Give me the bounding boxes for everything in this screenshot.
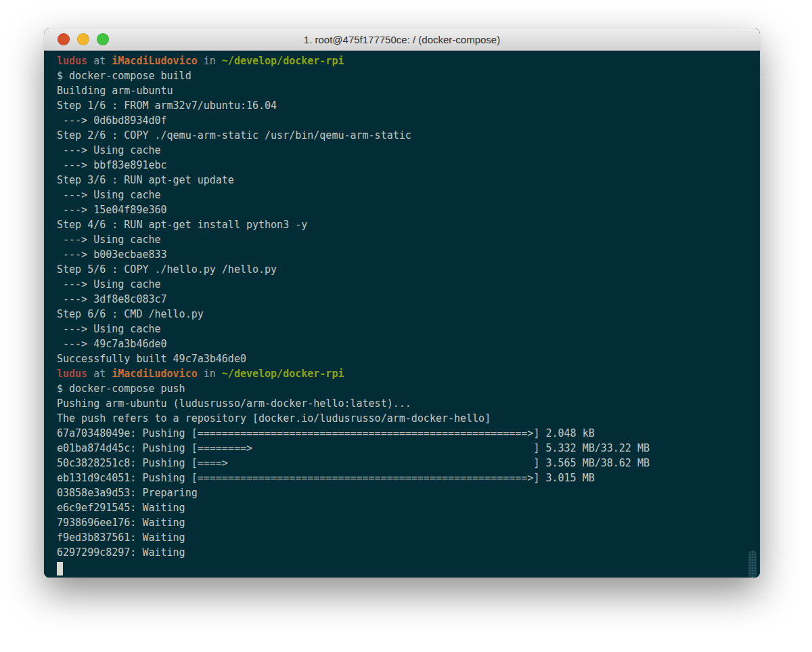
terminal-line: Step 4/6 : RUN apt-get install python3 -… xyxy=(57,217,760,232)
terminal-text-segment: ---> Using cache xyxy=(57,189,161,201)
zoom-button[interactable] xyxy=(97,33,109,45)
terminal-text-segment: ---> bbf83e891ebc xyxy=(57,159,167,171)
terminal-text-segment: The push refers to a repository [docker.… xyxy=(57,412,491,425)
terminal-text-segment: 7938696ee176: Waiting xyxy=(57,517,185,529)
terminal-line: 50c3828251c8: Pushing [====> ] 3.565 MB/… xyxy=(57,456,760,471)
terminal-text-segment: ---> Using cache xyxy=(57,234,161,246)
terminal-line: eb131d9c4051: Pushing [=================… xyxy=(57,471,760,485)
terminal-text-segment: in xyxy=(198,368,222,380)
terminal-line: 67a70348049e: Pushing [=================… xyxy=(57,426,760,441)
terminal-line: e01ba874d45c: Pushing [========> ] 5.332… xyxy=(57,441,760,456)
terminal-line: Step 6/6 : CMD /hello.py xyxy=(57,307,760,322)
terminal-window: 1. root@475f177750ce: / (docker-compose)… xyxy=(44,28,760,578)
close-button[interactable] xyxy=(58,33,70,45)
terminal-line: Pushing arm-ubuntu (ludusrusso/arm-docke… xyxy=(57,396,760,411)
terminal-text-segment: Step 4/6 : RUN apt-get install python3 -… xyxy=(57,219,307,231)
terminal-text-segment: in xyxy=(198,55,222,67)
terminal-line: ---> Using cache xyxy=(57,143,760,158)
terminal-line xyxy=(57,560,760,575)
terminal-text-segment: ludus xyxy=(57,368,87,380)
terminal-line: $ docker-compose push xyxy=(57,381,760,396)
terminal-line: ---> Using cache xyxy=(57,232,760,247)
terminal-line: ---> b003ecbae833 xyxy=(57,247,760,262)
terminal-text-segment: Step 1/6 : FROM arm32v7/ubuntu:16.04 xyxy=(57,100,277,112)
terminal-text-segment: Step 2/6 : COPY ./qemu-arm-static /usr/b… xyxy=(57,129,411,142)
terminal-line: ---> 15e04f89e360 xyxy=(57,202,760,217)
terminal-text-segment: ---> Using cache xyxy=(57,144,161,156)
terminal-line: ---> Using cache xyxy=(57,188,760,202)
terminal-text-segment: ludus xyxy=(57,55,87,67)
terminal-text-segment: Step 5/6 : COPY ./hello.py /hello.py xyxy=(57,263,277,276)
terminal-line: Successfully built 49c7a3b46de0 xyxy=(57,351,760,366)
terminal-line: ---> Using cache xyxy=(57,322,760,336)
terminal-text-segment: ~/develop/docker-rpi xyxy=(222,55,344,67)
terminal-output: ludus at iMacdiLudovico in ~/develop/doc… xyxy=(57,53,760,575)
terminal-text-segment: Pushing arm-ubuntu (ludusrusso/arm-docke… xyxy=(57,397,411,410)
title-bar[interactable]: 1. root@475f177750ce: / (docker-compose) xyxy=(44,28,760,51)
terminal-text-segment: ---> 15e04f89e360 xyxy=(57,204,167,216)
terminal-line: ---> 0d6bd8934d0f xyxy=(57,113,760,128)
terminal-text-segment: 67a70348049e: Pushing [=================… xyxy=(57,427,595,439)
terminal-text-segment: Building arm-ubuntu xyxy=(57,85,173,97)
terminal-text-segment: Step 6/6 : CMD /hello.py xyxy=(57,308,204,320)
terminal-line: ---> bbf83e891ebc xyxy=(57,158,760,173)
terminal-text-segment: iMacdiLudovico xyxy=(112,55,197,67)
terminal-line: ludus at iMacdiLudovico in ~/develop/doc… xyxy=(57,53,760,68)
terminal-text-segment: e6c9ef291545: Waiting xyxy=(57,502,185,514)
vertical-scrollbar-thumb[interactable] xyxy=(748,550,757,578)
terminal-text-segment: $ docker-compose push xyxy=(57,383,185,395)
terminal-text-segment: at xyxy=(87,368,112,380)
terminal-line: The push refers to a repository [docker.… xyxy=(57,411,760,426)
terminal-line: ---> 49c7a3b46de0 xyxy=(57,336,760,351)
terminal-line: 03858e3a9d53: Preparing xyxy=(57,485,760,500)
terminal-text-segment: iMacdiLudovico xyxy=(112,368,197,380)
terminal-line: 6297299c8297: Waiting xyxy=(57,545,760,560)
terminal-text-segment: ---> 0d6bd8934d0f xyxy=(57,114,167,127)
terminal-text-segment: e01ba874d45c: Pushing [========> ] 5.332… xyxy=(57,442,650,454)
terminal-line: Step 2/6 : COPY ./qemu-arm-static /usr/b… xyxy=(57,128,760,143)
terminal-line: Step 1/6 : FROM arm32v7/ubuntu:16.04 xyxy=(57,98,760,113)
terminal-text-segment: ---> b003ecbae833 xyxy=(57,248,167,261)
terminal-line: e6c9ef291545: Waiting xyxy=(57,500,760,515)
window-title: 1. root@475f177750ce: / (docker-compose) xyxy=(304,34,500,45)
minimize-button[interactable] xyxy=(77,33,89,45)
terminal-text-segment: ---> Using cache xyxy=(57,278,161,290)
terminal-line: f9ed3b837561: Waiting xyxy=(57,530,760,545)
terminal-line: ---> 3df8e8c083c7 xyxy=(57,292,760,307)
terminal-text-segment: $ docker-compose build xyxy=(57,70,191,82)
terminal-line: Step 5/6 : COPY ./hello.py /hello.py xyxy=(57,262,760,277)
terminal-body[interactable]: ludus at iMacdiLudovico in ~/develop/doc… xyxy=(44,51,760,578)
terminal-line: Building arm-ubuntu xyxy=(57,83,760,98)
terminal-cursor xyxy=(57,562,63,575)
terminal-text-segment: 50c3828251c8: Pushing [====> ] 3.565 MB/… xyxy=(57,457,650,469)
terminal-text-segment: 03858e3a9d53: Preparing xyxy=(57,487,198,499)
terminal-text-segment: ~/develop/docker-rpi xyxy=(222,368,344,380)
terminal-text-segment: Step 3/6 : RUN apt-get update xyxy=(57,174,234,186)
terminal-line: Step 3/6 : RUN apt-get update xyxy=(57,173,760,188)
terminal-text-segment: f9ed3b837561: Waiting xyxy=(57,531,185,544)
terminal-line: ---> Using cache xyxy=(57,277,760,292)
terminal-text-segment: Successfully built 49c7a3b46de0 xyxy=(57,353,246,365)
terminal-line: ludus at iMacdiLudovico in ~/develop/doc… xyxy=(57,366,760,381)
terminal-line: $ docker-compose build xyxy=(57,68,760,83)
terminal-text-segment: ---> Using cache xyxy=(57,323,161,335)
terminal-line: 7938696ee176: Waiting xyxy=(57,515,760,530)
terminal-text-segment: ---> 49c7a3b46de0 xyxy=(57,338,167,350)
traffic-lights xyxy=(58,28,109,50)
terminal-text-segment: ---> 3df8e8c083c7 xyxy=(57,293,167,305)
terminal-text-segment: 6297299c8297: Waiting xyxy=(57,546,185,559)
terminal-text-segment: at xyxy=(87,55,112,67)
terminal-text-segment: eb131d9c4051: Pushing [=================… xyxy=(57,472,595,484)
